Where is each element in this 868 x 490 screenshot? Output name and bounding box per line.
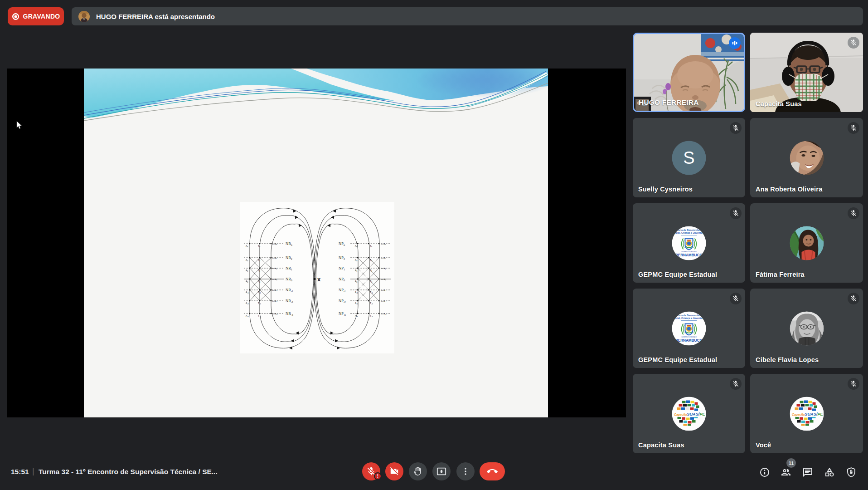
svg-text:sin-An: sin-An	[381, 243, 386, 245]
svg-text:sin-A-n: sin-A-n	[272, 313, 278, 315]
svg-text:sin-A0: sin-A0	[272, 278, 277, 281]
svg-text:x: x	[317, 276, 321, 283]
svg-text:sin-A2: sin-A2	[272, 257, 277, 260]
svg-text:sin-A-2: sin-A-2	[381, 300, 387, 303]
svg-text:sin-A0: sin-A0	[381, 278, 386, 281]
svg-text:sin-A-1: sin-A-1	[381, 289, 387, 292]
svg-text:sin-A-2: sin-A-2	[272, 300, 278, 303]
svg-text:sin-A1: sin-A1	[381, 267, 386, 270]
svg-text:sin-A2: sin-A2	[381, 257, 386, 260]
svg-text:sin-A1: sin-A1	[272, 267, 277, 270]
svg-text:sin-A-1: sin-A-1	[272, 289, 278, 292]
svg-text:sin-A-n: sin-A-n	[381, 313, 387, 315]
svg-text:sin-An: sin-An	[272, 243, 277, 245]
